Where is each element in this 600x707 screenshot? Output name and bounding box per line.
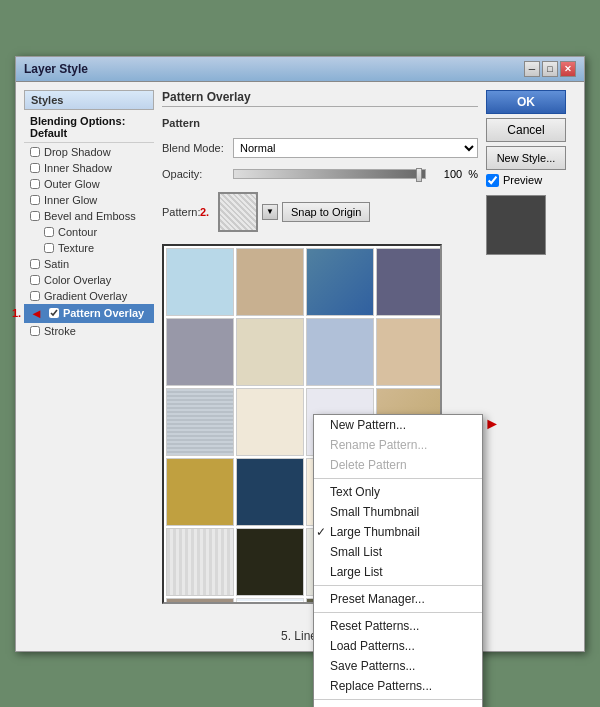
stroke-checkbox[interactable] — [30, 326, 40, 336]
minimize-button[interactable]: ─ — [524, 61, 540, 77]
sidebar-item-blending-options[interactable]: Blending Options: Default — [24, 112, 154, 143]
ok-button[interactable]: OK — [486, 90, 566, 114]
cancel-button[interactable]: Cancel — [486, 118, 566, 142]
pattern-cell-7[interactable] — [306, 318, 374, 386]
color-overlay-checkbox[interactable] — [30, 275, 40, 285]
section-title: Pattern — [162, 117, 478, 129]
menu-item-preset-manager[interactable]: Preset Manager... — [314, 589, 482, 609]
panel-header: Pattern Overlay — [162, 90, 478, 107]
window-controls: ─ □ ✕ — [524, 61, 576, 77]
outer-glow-checkbox[interactable] — [30, 179, 40, 189]
contour-checkbox[interactable] — [44, 227, 54, 237]
menu-item-reset-patterns[interactable]: Reset Patterns... — [314, 616, 482, 636]
opacity-slider[interactable] — [233, 169, 426, 179]
menu-item-text-only[interactable]: Text Only — [314, 482, 482, 502]
color-overlay-label: Color Overlay — [44, 274, 111, 286]
menu-item-replace-patterns[interactable]: Replace Patterns... — [314, 676, 482, 696]
pattern-cell-10[interactable] — [236, 388, 304, 456]
pattern-row: Pattern: 2. ▼ Snap to Origin — [162, 192, 478, 232]
drop-shadow-label: Drop Shadow — [44, 146, 111, 158]
pattern-preview[interactable] — [218, 192, 258, 232]
sidebar-item-color-overlay[interactable]: Color Overlay — [24, 272, 154, 288]
step1-arrow: ◄ — [30, 306, 43, 321]
blending-options-label: Blending Options: Default — [30, 115, 148, 139]
preview-checkbox[interactable] — [486, 174, 499, 187]
blend-mode-label: Blend Mode: — [162, 142, 227, 154]
sidebar-item-gradient-overlay[interactable]: Gradient Overlay — [24, 288, 154, 304]
sidebar-item-inner-glow[interactable]: Inner Glow — [24, 192, 154, 208]
pattern-cell-17[interactable] — [166, 528, 234, 596]
preview-box — [486, 195, 546, 255]
satin-checkbox[interactable] — [30, 259, 40, 269]
step2-label: 2. — [200, 206, 209, 218]
snap-to-origin-button[interactable]: Snap to Origin — [282, 202, 370, 222]
sidebar-item-bevel-emboss[interactable]: Bevel and Emboss — [24, 208, 154, 224]
pattern-cell-13[interactable] — [166, 458, 234, 526]
pattern-cell-6[interactable] — [236, 318, 304, 386]
menu-item-large-thumbnail[interactable]: ✓ Large Thumbnail — [314, 522, 482, 542]
texture-label: Texture — [58, 242, 94, 254]
stroke-label: Stroke — [44, 325, 76, 337]
step3-annotation: ► — [484, 415, 500, 433]
pattern-cell-2[interactable] — [236, 248, 304, 316]
pattern-dropdown-button[interactable]: ▼ — [262, 204, 278, 220]
texture-checkbox[interactable] — [44, 243, 54, 253]
step1-label: 1. — [12, 307, 21, 319]
sidebar-item-inner-shadow[interactable]: Inner Shadow — [24, 160, 154, 176]
main-content: Styles Blending Options: Default Drop Sh… — [16, 82, 584, 651]
sidebar-item-contour[interactable]: Contour — [24, 224, 154, 240]
window-title: Layer Style — [24, 62, 88, 76]
left-panel: Styles Blending Options: Default Drop Sh… — [24, 90, 154, 643]
menu-item-small-list[interactable]: Small List — [314, 542, 482, 562]
menu-item-delete-pattern: Delete Pattern — [314, 455, 482, 475]
sidebar-item-drop-shadow[interactable]: Drop Shadow — [24, 144, 154, 160]
opacity-value: 100 — [432, 168, 462, 180]
context-menu: New Pattern... Rename Pattern... Delete … — [313, 414, 483, 708]
pattern-cell-8[interactable] — [376, 318, 440, 386]
pattern-overlay-label: Pattern Overlay — [63, 307, 144, 319]
pattern-cell-5[interactable] — [166, 318, 234, 386]
inner-glow-label: Inner Glow — [44, 194, 97, 206]
inner-shadow-checkbox[interactable] — [30, 163, 40, 173]
pattern-grid-area: ► New Pattern... Rename Pattern... Delet… — [162, 244, 478, 604]
close-button[interactable]: ✕ — [560, 61, 576, 77]
separator-4 — [314, 699, 482, 700]
inner-glow-checkbox[interactable] — [30, 195, 40, 205]
blend-mode-row: Blend Mode: Normal — [162, 138, 478, 158]
pattern-cell-22[interactable] — [236, 598, 304, 602]
pattern-cell-4[interactable] — [376, 248, 440, 316]
blend-mode-select[interactable]: Normal — [233, 138, 478, 158]
menu-item-large-list[interactable]: Large List — [314, 562, 482, 582]
separator-3 — [314, 612, 482, 613]
contour-label: Contour — [58, 226, 97, 238]
center-panel: Pattern Overlay Pattern Blend Mode: Norm… — [162, 90, 478, 643]
menu-item-small-thumbnail[interactable]: Small Thumbnail — [314, 502, 482, 522]
menu-item-save-patterns[interactable]: Save Patterns... — [314, 656, 482, 676]
pattern-cell-9[interactable] — [166, 388, 234, 456]
pattern-overlay-checkbox[interactable] — [49, 308, 59, 318]
menu-item-artist-surfaces[interactable]: Artist Surfaces — [314, 703, 482, 708]
maximize-button[interactable]: □ — [542, 61, 558, 77]
pattern-cell-14[interactable] — [236, 458, 304, 526]
pattern-cell-1[interactable] — [166, 248, 234, 316]
drop-shadow-checkbox[interactable] — [30, 147, 40, 157]
slider-thumb — [416, 168, 422, 182]
gradient-overlay-label: Gradient Overlay — [44, 290, 127, 302]
new-style-button[interactable]: New Style... — [486, 146, 566, 170]
step3-arrow: ► — [484, 415, 500, 432]
bevel-emboss-checkbox[interactable] — [30, 211, 40, 221]
sidebar-item-satin[interactable]: Satin — [24, 256, 154, 272]
pattern-cell-3[interactable] — [306, 248, 374, 316]
gradient-overlay-checkbox[interactable] — [30, 291, 40, 301]
pattern-cell-21[interactable] — [166, 598, 234, 602]
sidebar-item-texture[interactable]: Texture — [24, 240, 154, 256]
menu-item-new-pattern[interactable]: New Pattern... — [314, 415, 482, 435]
sidebar-item-stroke[interactable]: Stroke — [24, 323, 154, 339]
sidebar-item-outer-glow[interactable]: Outer Glow — [24, 176, 154, 192]
outer-glow-label: Outer Glow — [44, 178, 100, 190]
layer-style-window: Layer Style ─ □ ✕ Styles Blending Option… — [15, 56, 585, 652]
pattern-cell-18[interactable] — [236, 528, 304, 596]
separator-2 — [314, 585, 482, 586]
menu-item-load-patterns[interactable]: Load Patterns... — [314, 636, 482, 656]
sidebar-item-pattern-overlay[interactable]: ◄ Pattern Overlay 1. — [24, 304, 154, 323]
